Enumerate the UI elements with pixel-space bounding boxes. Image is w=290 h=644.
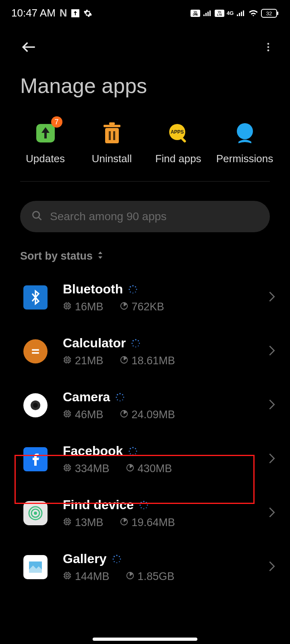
- svg-point-36: [135, 339, 137, 341]
- page-title: Manage apps: [0, 62, 290, 98]
- svg-point-26: [135, 286, 136, 287]
- action-uninstall[interactable]: Uninstall: [79, 122, 145, 165]
- chevron-right-icon: [268, 399, 276, 412]
- app-icon-calculator: [23, 339, 48, 363]
- chevron-right-icon: [268, 291, 276, 304]
- svg-point-86: [116, 555, 118, 556]
- app-list: Bluetooth 16MB 762KB Calculator 21MB 18.…: [0, 270, 290, 594]
- chip-icon: [63, 516, 72, 529]
- svg-text:LTE: LTE: [193, 13, 198, 16]
- status-bar: 10:47 AM N VoVoLTE VoLTE 4G 32: [0, 0, 290, 22]
- svg-point-41: [133, 345, 134, 347]
- app-icon-bluetooth: [23, 285, 48, 310]
- svg-point-88: [120, 558, 121, 559]
- back-icon[interactable]: [20, 38, 38, 58]
- app-data: 762KB: [132, 301, 164, 313]
- svg-rect-69: [66, 466, 68, 469]
- svg-point-54: [117, 399, 118, 400]
- svg-point-66: [129, 450, 130, 452]
- action-label: Uninstall: [92, 153, 132, 165]
- uninstall-icon: [101, 122, 123, 144]
- svg-point-89: [119, 561, 120, 562]
- svg-rect-83: [66, 520, 68, 523]
- svg-point-55: [116, 396, 117, 398]
- svg-point-93: [113, 555, 115, 557]
- svg-rect-57: [65, 411, 70, 417]
- more-icon[interactable]: [263, 41, 274, 54]
- wifi-icon: [248, 9, 259, 17]
- svg-rect-17: [109, 122, 115, 125]
- svg-point-67: [130, 448, 131, 449]
- app-row-find-device[interactable]: Find device 13MB 19.64MB: [0, 486, 290, 540]
- svg-point-53: [120, 400, 120, 401]
- pie-icon: [120, 516, 128, 529]
- loading-icon: [139, 501, 148, 510]
- svg-point-80: [139, 504, 141, 506]
- svg-rect-58: [66, 413, 68, 415]
- app-data: 19.64MB: [132, 516, 175, 529]
- action-label: Updates: [26, 153, 65, 165]
- svg-point-30: [130, 291, 131, 293]
- app-icon-gallery: [23, 555, 48, 579]
- svg-point-92: [112, 558, 114, 559]
- svg-point-77: [146, 507, 147, 508]
- signal-icon-2: [236, 10, 246, 17]
- app-row-gallery[interactable]: Gallery 144MB 1.85GB: [0, 540, 290, 594]
- svg-point-60: [133, 447, 134, 448]
- app-data: 1.85GB: [138, 570, 175, 583]
- svg-point-40: [135, 346, 136, 347]
- action-permissions[interactable]: Permissions: [211, 122, 278, 165]
- svg-point-49: [120, 393, 121, 394]
- svg-point-65: [130, 453, 131, 454]
- svg-rect-44: [65, 357, 70, 363]
- svg-point-11: [267, 43, 269, 45]
- app-row-bluetooth[interactable]: Bluetooth 16MB 762KB: [0, 270, 290, 324]
- app-name: Find device: [63, 497, 134, 512]
- search-input[interactable]: [50, 210, 259, 223]
- pie-icon: [120, 409, 128, 421]
- netflix-icon: N: [60, 7, 67, 19]
- svg-rect-19: [113, 131, 115, 140]
- app-row-calculator[interactable]: Calculator 21MB 18.61MB: [0, 324, 290, 378]
- upload-icon: [71, 9, 79, 17]
- loading-icon: [112, 555, 121, 564]
- app-storage: 144MB: [75, 570, 110, 583]
- app-icon-find-device: [23, 501, 48, 525]
- app-data: 430MB: [138, 462, 172, 475]
- action-find-apps[interactable]: APPS Find apps: [145, 122, 211, 165]
- action-label: Permissions: [216, 153, 273, 165]
- svg-point-42: [132, 343, 133, 344]
- app-storage: 16MB: [75, 301, 104, 313]
- svg-rect-82: [65, 519, 70, 524]
- svg-point-38: [139, 343, 140, 344]
- sort-control[interactable]: Sort by status: [0, 232, 290, 270]
- chevron-right-icon: [268, 453, 276, 466]
- loading-icon: [131, 339, 140, 348]
- search-bar[interactable]: [20, 201, 270, 232]
- search-icon: [31, 210, 43, 223]
- svg-point-74: [143, 501, 145, 502]
- home-indicator[interactable]: [93, 638, 197, 641]
- app-storage: 334MB: [75, 462, 110, 475]
- svg-point-63: [135, 453, 136, 454]
- svg-rect-15: [105, 128, 119, 143]
- updates-badge: 7: [51, 116, 62, 128]
- header: [0, 22, 290, 62]
- svg-point-27: [136, 289, 137, 290]
- svg-text:Vo: Vo: [193, 10, 197, 13]
- svg-point-51: [123, 396, 124, 398]
- pie-icon: [126, 462, 135, 475]
- svg-point-48: [33, 403, 38, 408]
- app-row-camera[interactable]: Camera 46MB 24.09MB: [0, 378, 290, 432]
- svg-point-24: [33, 212, 39, 218]
- svg-rect-22: [180, 137, 186, 143]
- chip-icon: [63, 409, 72, 421]
- signal-icon-1: [203, 10, 212, 17]
- sort-label: Sort by status: [20, 250, 93, 262]
- action-updates[interactable]: 7 Updates: [12, 122, 79, 165]
- svg-point-25: [132, 285, 134, 287]
- loading-icon: [116, 393, 124, 402]
- svg-point-90: [116, 562, 117, 563]
- svg-point-13: [267, 50, 269, 52]
- app-row-facebook[interactable]: Facebook 334MB 430MB: [0, 432, 290, 486]
